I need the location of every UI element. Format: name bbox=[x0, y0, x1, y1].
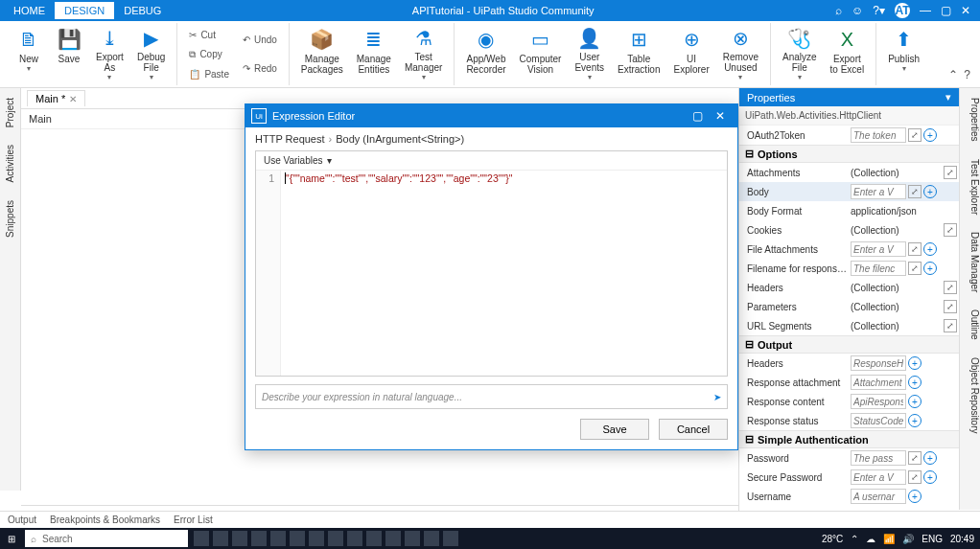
taskbar-app[interactable] bbox=[347, 531, 362, 546]
expand-icon[interactable]: ⤢ bbox=[944, 223, 957, 237]
property-value-input[interactable] bbox=[851, 355, 906, 371]
property-row[interactable]: Username+ bbox=[739, 487, 959, 506]
designer-tab-main[interactable]: Main * ✕ bbox=[27, 90, 85, 106]
expand-icon[interactable]: ⤢ bbox=[908, 128, 922, 142]
rail-outline[interactable]: Outline bbox=[960, 304, 980, 346]
property-row[interactable]: Response status+ bbox=[739, 411, 959, 430]
property-value-input[interactable] bbox=[851, 241, 906, 257]
property-row[interactable]: URL Segments(Collection)⤢ bbox=[739, 316, 959, 335]
taskbar-app[interactable] bbox=[251, 531, 267, 546]
use-variables-dropdown[interactable]: Use Variables▾ bbox=[256, 151, 727, 171]
property-row[interactable]: File Attachments⤢+ bbox=[739, 240, 959, 259]
expand-icon[interactable]: ⤢ bbox=[908, 451, 922, 465]
export-excel-button[interactable]: XExport to Excel bbox=[825, 25, 871, 83]
taskbar-app[interactable] bbox=[232, 531, 247, 546]
property-value-input[interactable] bbox=[851, 261, 906, 276]
taskbar-app[interactable] bbox=[405, 531, 420, 546]
copy-button[interactable]: ⧉Copy bbox=[187, 48, 231, 61]
property-value-input[interactable] bbox=[851, 375, 906, 390]
maximize-icon[interactable]: ▢ bbox=[941, 4, 951, 17]
rail-snippets[interactable]: Snippets bbox=[5, 194, 15, 243]
language[interactable]: ENG bbox=[922, 534, 943, 544]
code-editor[interactable]: 1 "{""name"":""test"",""salary"":""123""… bbox=[256, 171, 727, 376]
plus-icon[interactable]: + bbox=[908, 356, 922, 370]
property-row[interactable]: Response attachment+ bbox=[739, 373, 959, 392]
expand-icon[interactable]: ⤢ bbox=[944, 281, 957, 294]
ui-explorer-button[interactable]: ⊕UI Explorer bbox=[667, 25, 714, 83]
user-events-button[interactable]: 👤User Events▾ bbox=[569, 25, 610, 83]
status-errorlist[interactable]: Error List bbox=[174, 515, 213, 525]
plus-icon[interactable]: + bbox=[923, 128, 937, 142]
status-breakpoints[interactable]: Breakpoints & Bookmarks bbox=[50, 515, 160, 525]
cancel-button[interactable]: Cancel bbox=[659, 419, 728, 440]
cut-button[interactable]: ✂Cut bbox=[187, 29, 231, 41]
property-row[interactable]: Filename for response at...⤢+ bbox=[739, 259, 959, 278]
taskbar-app[interactable] bbox=[270, 531, 286, 546]
debug-file-button[interactable]: ▶Debug File▾ bbox=[131, 25, 171, 83]
property-value-input[interactable] bbox=[851, 413, 906, 428]
plus-icon[interactable]: + bbox=[908, 414, 922, 427]
plus-icon[interactable]: + bbox=[923, 262, 937, 275]
manage-entities-button[interactable]: ≣Manage Entities bbox=[351, 25, 397, 83]
code-content[interactable]: "{""name"":""test"",""salary"":""123"","… bbox=[281, 171, 727, 376]
expand-icon[interactable]: ⤢ bbox=[908, 185, 922, 198]
sound-icon[interactable]: 🔊 bbox=[902, 534, 914, 544]
help-small-icon[interactable]: ? bbox=[964, 68, 970, 81]
property-row[interactable]: Password⤢+ bbox=[739, 448, 959, 468]
nl-send-icon[interactable]: ➤ bbox=[713, 392, 721, 402]
plus-icon[interactable]: + bbox=[923, 242, 937, 256]
tray-icon[interactable]: ⌃ bbox=[851, 534, 858, 544]
property-row[interactable]: Body⤢+ bbox=[739, 182, 959, 201]
property-value-input[interactable] bbox=[851, 127, 906, 143]
avatar[interactable]: AT bbox=[895, 3, 910, 18]
taskbar-app[interactable] bbox=[385, 531, 401, 546]
help-icon[interactable]: ?▾ bbox=[873, 4, 885, 17]
menu-tab-home[interactable]: HOME bbox=[4, 2, 55, 19]
save-button[interactable]: Save bbox=[580, 419, 649, 440]
property-section-header[interactable]: ⊟ Simple Authentication bbox=[739, 430, 959, 448]
remove-unused-button[interactable]: ⊗Remove Unused▾ bbox=[717, 25, 764, 83]
expand-icon[interactable]: ⤢ bbox=[908, 470, 922, 484]
onedrive-icon[interactable]: ☁ bbox=[866, 534, 875, 544]
property-row[interactable]: Headers+ bbox=[739, 354, 959, 373]
rail-data-manager[interactable]: Data Manager bbox=[960, 226, 980, 298]
taskbar-app[interactable] bbox=[443, 531, 458, 546]
property-row[interactable]: OAuth2Token⤢+ bbox=[739, 126, 959, 145]
property-row[interactable]: Secure Password⤢+ bbox=[739, 468, 959, 487]
rail-project[interactable]: Project bbox=[5, 92, 15, 133]
start-button[interactable]: ⊞ bbox=[0, 534, 23, 544]
property-row[interactable]: Response content+ bbox=[739, 392, 959, 411]
app-web-recorder-button[interactable]: ◉App/Web Recorder bbox=[460, 25, 511, 83]
property-section-header[interactable]: ⊟ Output bbox=[739, 335, 959, 354]
expand-icon[interactable]: ⤢ bbox=[944, 166, 957, 179]
menu-tab-debug[interactable]: DEBUG bbox=[114, 2, 171, 19]
plus-icon[interactable]: + bbox=[923, 451, 937, 465]
wifi-icon[interactable]: 📶 bbox=[883, 534, 895, 544]
property-row[interactable]: Body Formatapplication/json bbox=[739, 201, 959, 220]
redo-button[interactable]: ↷Redo bbox=[241, 62, 279, 75]
plus-icon[interactable]: + bbox=[908, 490, 922, 503]
property-value-input[interactable] bbox=[851, 489, 906, 504]
rail-properties[interactable]: Properties bbox=[960, 92, 980, 148]
menu-tab-design[interactable]: DESIGN bbox=[55, 2, 114, 19]
rail-activities[interactable]: Activities bbox=[5, 139, 15, 188]
weather[interactable]: 28°C bbox=[822, 534, 843, 544]
plus-icon[interactable]: + bbox=[923, 185, 937, 198]
analyze-file-button[interactable]: 🩺Analyze File▾ bbox=[777, 25, 823, 83]
clock[interactable]: 20:49 bbox=[950, 534, 974, 544]
save-button[interactable]: 💾Save bbox=[50, 25, 88, 83]
table-extraction-button[interactable]: ⊞Table Extraction bbox=[612, 25, 665, 83]
computer-vision-button[interactable]: ▭Computer Vision bbox=[514, 25, 568, 83]
feedback-icon[interactable]: ☺ bbox=[852, 4, 863, 17]
property-value-input[interactable] bbox=[851, 469, 906, 485]
publish-button[interactable]: ⬆Publish▾ bbox=[882, 25, 925, 83]
export-as-button[interactable]: ⤓Export As▾ bbox=[90, 25, 129, 83]
new-button[interactable]: 🗎New▾ bbox=[10, 25, 48, 83]
tab-close-icon[interactable]: ✕ bbox=[69, 94, 77, 104]
property-section-header[interactable]: ⊟ Options bbox=[739, 145, 959, 163]
taskbar-app[interactable] bbox=[194, 531, 209, 546]
manage-packages-button[interactable]: 📦Manage Packages bbox=[295, 25, 349, 83]
taskbar-app[interactable] bbox=[366, 531, 382, 546]
close-icon[interactable]: ✕ bbox=[961, 4, 970, 17]
expand-icon[interactable]: ⤢ bbox=[908, 262, 922, 275]
